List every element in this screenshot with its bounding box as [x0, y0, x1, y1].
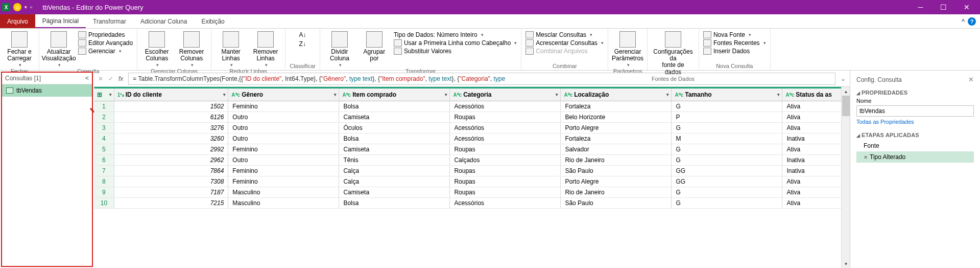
properties-button[interactable]: Propriedades	[78, 31, 133, 38]
tab-transform[interactable]: Transformar	[86, 14, 133, 28]
column-header[interactable]: Aᴮc Status da as▾	[782, 88, 850, 101]
table-row[interactable]: 97187MasculinoCamisetaRoupasRio de Janei…	[94, 187, 850, 198]
formula-bar: ✕ ✓ fx = Table.TransformColumnTypes(Font…	[94, 71, 850, 87]
column-header[interactable]: Aᴮc Gênero▾	[228, 88, 339, 101]
table-icon	[6, 87, 13, 94]
query-label: tbVendas	[16, 87, 42, 94]
data-table: ⊞▾1²₃ ID do cliente▾Aᴮc Gênero▾Aᴮc Item …	[94, 87, 850, 209]
all-properties-link[interactable]: Todas as Propriedades	[856, 119, 974, 125]
formula-input[interactable]: = Table.TransformColumnTypes(Fonte,{{"ID…	[128, 73, 835, 85]
confirm-icon[interactable]: ✓	[108, 75, 113, 82]
table-row[interactable]: 52992FemininoCamisetaRoupasSalvadorGAtiv…	[94, 144, 850, 155]
append-queries-button[interactable]: Acrescentar Consultas	[525, 39, 604, 47]
group-by-button[interactable]: Agrupar por	[359, 31, 390, 62]
close-button[interactable]: ✕	[955, 0, 978, 14]
query-settings-panel: Config. Consulta✕ PROPRIEDADES Nome Toda…	[850, 71, 980, 268]
sort-asc-button[interactable]: A↓	[299, 31, 306, 38]
close-settings-icon[interactable]: ✕	[968, 76, 974, 83]
new-source-button[interactable]: Nova Fonte	[703, 31, 766, 38]
collapse-ribbon-icon[interactable]: ^	[962, 18, 965, 25]
tab-addcol[interactable]: Adicionar Coluna	[133, 14, 194, 28]
table-row[interactable]: 26126OutroCamisetaRoupasBelo HorizontePA…	[94, 112, 850, 123]
column-header[interactable]: 1²₃ ID do cliente▾	[114, 88, 228, 101]
manage-button[interactable]: Gerenciar	[78, 48, 133, 55]
replace-values-button[interactable]: Substituir Valores	[394, 48, 517, 55]
query-item[interactable]: tbVendas	[2, 84, 92, 97]
help-icon[interactable]: ?	[968, 17, 976, 26]
corner-cell[interactable]: ⊞▾	[94, 88, 114, 101]
choose-cols-button[interactable]: Escolher Colunas	[141, 31, 172, 68]
dropdown-icon[interactable]: ▾	[25, 5, 27, 10]
column-header[interactable]: Aᴮc Localização▾	[561, 88, 672, 101]
settings-title: Config. Consulta	[856, 76, 902, 83]
column-header[interactable]: Aᴮc Categoria▾	[450, 88, 561, 101]
steps-heading: ETAPAS APLICADAS	[856, 132, 974, 138]
split-col-button[interactable]: Dividir Coluna	[324, 31, 355, 68]
titlebar: X ☺ ▾ ▫ tbVendas - Editor do Power Query…	[0, 0, 980, 14]
name-label: Nome	[856, 98, 974, 104]
close-load-button[interactable]: Fechar e Carregar	[4, 31, 35, 68]
datatype-button[interactable]: Tipo de Dados: Número Inteiro	[394, 31, 517, 38]
recent-sources-button[interactable]: Fontes Recentes	[703, 39, 766, 47]
maximize-button[interactable]: ☐	[932, 0, 955, 14]
query-name-input[interactable]	[856, 105, 974, 117]
keep-rows-button[interactable]: Manter Linhas	[216, 31, 246, 68]
expand-formula-icon[interactable]: ⌄	[841, 75, 846, 82]
column-header[interactable]: Aᴮc Item comprado▾	[339, 88, 450, 101]
emoji-icon: ☺	[13, 3, 21, 11]
remove-rows-button[interactable]: Remover Linhas	[250, 31, 281, 68]
table-row[interactable]: 62962OutroTênisCalçadosRio de JaneiroGIn…	[94, 155, 850, 166]
group-label: Combinar	[553, 63, 577, 70]
remove-cols-button[interactable]: Remover Colunas	[176, 31, 207, 68]
file-tab[interactable]: Arquivo	[0, 14, 35, 28]
data-source-settings-button[interactable]: Configurações da fonte de dados	[658, 31, 688, 76]
minimize-button[interactable]: ─	[909, 0, 932, 14]
merge-queries-button[interactable]: Mesclar Consultas	[525, 31, 604, 38]
step-source[interactable]: Fonte	[856, 140, 974, 151]
ribbon-tabs: Arquivo Página Inicial Transformar Adici…	[0, 14, 980, 29]
first-row-header-button[interactable]: Usar a Primeira Linha como Cabeçalho	[394, 39, 517, 47]
queries-panel: Consultas [1]< tbVendas	[1, 72, 93, 267]
enter-data-button[interactable]: Inserir Dados	[703, 48, 766, 55]
ribbon: Fechar e Carregar Fechar Atualizar Visua…	[0, 29, 980, 71]
adv-editor-button[interactable]: Editor Avançado	[78, 39, 133, 47]
group-label: Classificar	[290, 63, 316, 70]
vertical-scrollbar[interactable]: ▴▾	[841, 87, 850, 268]
table-row[interactable]: 43260OutroBolsaAcessóriosFortalezaMInati…	[94, 133, 850, 144]
table-row[interactable]: 77864FemininoCalçaRoupasSão PauloGGInati…	[94, 166, 850, 176]
collapse-icon[interactable]: <	[85, 75, 89, 82]
refresh-button[interactable]: Atualizar Visualização	[43, 31, 74, 68]
combine-files-button[interactable]: Combinar Arquivos	[525, 48, 604, 55]
cancel-icon[interactable]: ✕	[98, 75, 103, 82]
queries-header: Consultas [1]	[5, 75, 41, 82]
manage-params-button[interactable]: Gerenciar Parâmetros	[612, 31, 643, 68]
tab-home[interactable]: Página Inicial	[35, 14, 86, 28]
column-header[interactable]: Aᴮc Tamanho▾	[672, 88, 782, 101]
window-title: tbVendas - Editor do Power Query	[32, 4, 909, 11]
properties-heading: PROPRIEDADES	[856, 90, 974, 96]
group-label: Nova Consulta	[716, 63, 753, 70]
fx-icon[interactable]: fx	[118, 75, 123, 82]
tab-view[interactable]: Exibição	[194, 14, 231, 28]
table-row[interactable]: 87308FemininoCalçaRoupasPorto AlegreGGAt…	[94, 176, 850, 187]
table-row[interactable]: 107215MasculinoBolsaAcessóriosSão PauloG…	[94, 198, 850, 209]
sort-desc-button[interactable]: Z↓	[299, 40, 306, 48]
excel-icon: X	[2, 3, 10, 11]
table-row[interactable]: 11502FemininoBolsaAcessóriosFortalezaGAt…	[94, 101, 850, 112]
step-changed-type[interactable]: Tipo Alterado	[856, 151, 974, 163]
table-row[interactable]: 33276OutroÓculosAcessóriosPorto AlegreGA…	[94, 123, 850, 133]
